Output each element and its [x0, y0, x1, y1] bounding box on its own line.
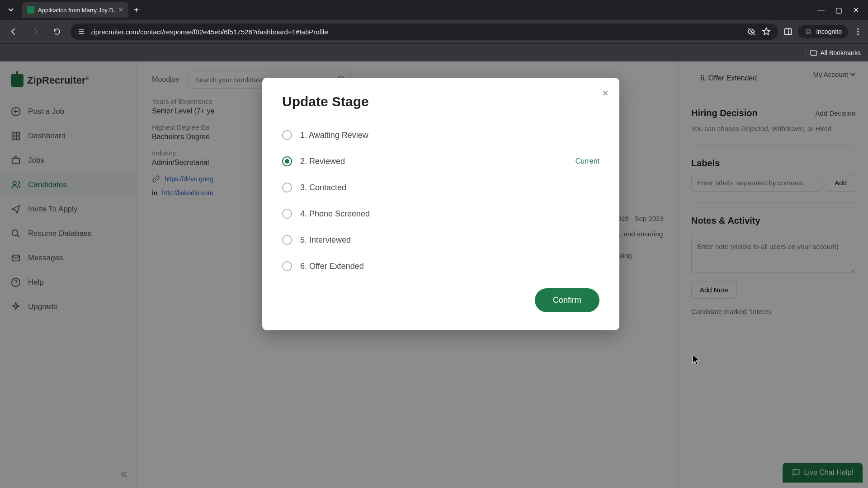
stage-label: 4. Phone Screened [300, 209, 599, 219]
divider: | [805, 49, 807, 56]
close-icon[interactable]: × [119, 6, 123, 14]
incognito-label: Incognito [816, 28, 842, 35]
update-stage-modal: × Update Stage 1. Awaiting Review 2. Rev… [262, 78, 619, 330]
stage-label: 2. Reviewed [300, 157, 576, 166]
page-viewport: ZipRecruiter® Post a Job Dashboard Jobs … [0, 61, 868, 488]
reload-button[interactable] [49, 23, 65, 40]
menu-icon[interactable] [854, 27, 863, 36]
browser-tab[interactable]: Application from Marry Joy D. × [22, 2, 128, 18]
url-text: ziprecruiter.com/contact/response/f02e45… [90, 28, 742, 36]
eye-off-icon[interactable] [747, 27, 756, 36]
svg-point-6 [857, 33, 859, 35]
radio-icon [282, 235, 292, 245]
bookmarks-bar: | All Bookmarks [0, 43, 868, 61]
browser-toolbar: ziprecruiter.com/contact/response/f02e45… [0, 20, 868, 43]
radio-icon [282, 209, 292, 219]
close-window-button[interactable]: ✕ [853, 6, 859, 14]
tab-title: Application from Marry Joy D. [38, 7, 115, 14]
confirm-button[interactable]: Confirm [535, 288, 599, 312]
stage-option-1[interactable]: 1. Awaiting Review [282, 122, 599, 148]
new-tab-button[interactable]: + [134, 5, 139, 15]
address-bar[interactable]: ziprecruiter.com/contact/response/f02e45… [71, 23, 778, 40]
minimize-button[interactable]: ― [817, 6, 825, 14]
browser-tab-strip: Application from Marry Joy D. × + ― ▢ ✕ [0, 0, 868, 20]
stage-option-5[interactable]: 5. Interviewed [282, 227, 599, 253]
incognito-badge[interactable]: Incognito [798, 25, 848, 38]
site-info-icon[interactable] [78, 28, 85, 35]
radio-icon [282, 183, 292, 192]
radio-icon [282, 130, 292, 140]
stage-option-6[interactable]: 6. Offer Extended [282, 253, 599, 279]
stage-option-4[interactable]: 4. Phone Screened [282, 201, 599, 227]
close-modal-button[interactable]: × [602, 87, 609, 99]
maximize-button[interactable]: ▢ [835, 6, 842, 14]
tab-search-dropdown[interactable] [4, 3, 18, 17]
stage-label: 5. Interviewed [300, 235, 599, 245]
bookmark-star-icon[interactable] [762, 27, 771, 36]
svg-point-5 [857, 31, 859, 32]
all-bookmarks-button[interactable]: All Bookmarks [821, 49, 861, 56]
current-badge: Current [576, 157, 599, 165]
stage-label: 3. Contacted [300, 183, 599, 192]
radio-icon [282, 156, 292, 166]
svg-point-3 [809, 32, 811, 34]
side-panel-icon[interactable] [783, 27, 793, 36]
folder-icon [810, 49, 818, 57]
forward-button[interactable] [27, 23, 43, 40]
svg-point-4 [857, 28, 859, 30]
stage-option-3[interactable]: 3. Contacted [282, 174, 599, 201]
back-button[interactable] [5, 23, 22, 40]
incognito-icon [804, 28, 812, 36]
stage-label: 1. Awaiting Review [300, 131, 599, 140]
modal-title: Update Stage [282, 94, 599, 109]
tab-favicon [27, 6, 34, 14]
svg-rect-0 [785, 28, 792, 34]
svg-point-2 [806, 32, 808, 34]
radio-icon [282, 261, 292, 271]
stage-label: 6. Offer Extended [300, 262, 599, 271]
stage-option-2[interactable]: 2. Reviewed Current [282, 148, 599, 174]
window-controls: ― ▢ ✕ [817, 6, 864, 14]
